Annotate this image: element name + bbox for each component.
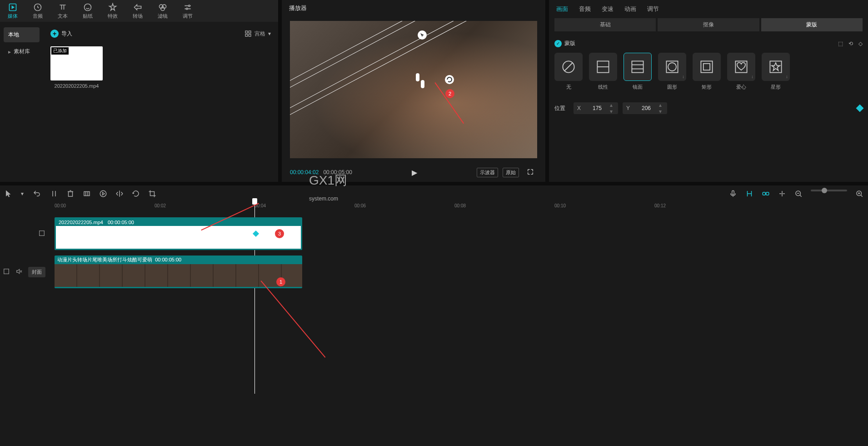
tab-label: 音频: [33, 13, 43, 20]
audio-icon: [33, 3, 42, 12]
svg-rect-10: [245, 34, 248, 36]
fullscreen-button[interactable]: [524, 167, 537, 178]
keyframe-marker[interactable]: [253, 231, 259, 237]
mask-linear[interactable]: 线性: [589, 53, 617, 90]
link-button[interactable]: [762, 190, 770, 198]
mirror-tool[interactable]: [115, 190, 124, 198]
mask-circle[interactable]: ↓圆形: [658, 53, 686, 90]
rotate-tool[interactable]: [132, 190, 140, 198]
check-icon[interactable]: ✓: [554, 40, 562, 47]
tab-label: 特效: [108, 13, 118, 20]
main-tab-bar: 媒体 音频 文本 贴纸 特效 转场: [0, 0, 278, 22]
transition-icon: [133, 3, 142, 12]
svg-point-6: [188, 5, 190, 6]
tab-text[interactable]: 文本: [50, 0, 75, 22]
cover-button[interactable]: 封面: [28, 267, 45, 277]
subtab-basic[interactable]: 基础: [554, 18, 656, 31]
track-toggle[interactable]: [3, 268, 10, 276]
mask-star[interactable]: ↓星形: [762, 53, 790, 90]
crop-tool[interactable]: [148, 190, 156, 198]
split-tool[interactable]: [50, 190, 58, 198]
zoom-full-button[interactable]: [855, 190, 863, 198]
y-spinner[interactable]: ▴▾: [659, 102, 667, 115]
download-icon: ↓: [751, 74, 753, 79]
x-input[interactable]: [584, 105, 610, 111]
mute-button[interactable]: [15, 268, 23, 276]
tab-effect[interactable]: 特效: [100, 0, 125, 22]
subtab-mask[interactable]: 蒙版: [761, 18, 863, 31]
tab-audio[interactable]: 音频: [579, 5, 591, 13]
tab-animation[interactable]: 动画: [624, 5, 636, 13]
tab-sticker[interactable]: 贴纸: [75, 0, 100, 22]
subtab-cutout[interactable]: 抠像: [658, 18, 759, 31]
y-input[interactable]: [634, 105, 659, 111]
mask-mirror[interactable]: 镜面: [624, 53, 652, 90]
play-button[interactable]: ▶: [409, 167, 420, 178]
tab-label: 滤镜: [158, 13, 168, 20]
oscilloscope-button[interactable]: 示波器: [477, 168, 498, 177]
mask-handle[interactable]: [416, 73, 419, 81]
tab-audio[interactable]: 音频: [25, 0, 50, 22]
rotate-icon[interactable]: [444, 75, 454, 85]
tab-adjust[interactable]: 调节: [175, 0, 200, 22]
tab-label: 文本: [58, 13, 68, 20]
undo-button[interactable]: [33, 190, 41, 198]
timeline-clip-overlay[interactable]: 202202022205.mp400:00:05:00: [55, 217, 302, 250]
mask-heart[interactable]: ↓爱心: [727, 53, 755, 90]
sidebar-item-local[interactable]: 本地: [4, 27, 40, 42]
timeline-clip-main[interactable]: 动漫片头转场片尾唯美场所打斗炫酷可爱萌 00:00:05:00: [55, 256, 302, 288]
track-toggle[interactable]: [38, 230, 45, 238]
frame-tool[interactable]: [83, 190, 91, 198]
view-toggle[interactable]: 宫格 ▾: [244, 30, 271, 38]
annotation-3: 3: [275, 229, 284, 238]
svg-point-13: [445, 75, 454, 84]
position-label: 位置: [554, 105, 569, 112]
tab-picture[interactable]: 画面: [556, 5, 568, 13]
keyframe-icon[interactable]: ◇: [858, 40, 863, 47]
svg-rect-23: [701, 61, 712, 72]
tab-label: 转场: [133, 13, 143, 20]
delete-tool[interactable]: [66, 190, 75, 198]
position-keyframe[interactable]: [856, 105, 864, 112]
select-tool[interactable]: [5, 190, 13, 198]
annotation-2: 2: [445, 89, 454, 98]
tab-filter[interactable]: 滤镜: [150, 0, 175, 22]
tab-transition[interactable]: 转场: [125, 0, 150, 22]
preview-canvas[interactable]: 2: [290, 21, 537, 158]
chevron-down-icon[interactable]: ▾: [21, 190, 24, 198]
chevron-down-icon: ▾: [268, 30, 271, 37]
mask-rect[interactable]: 矩形: [693, 53, 721, 90]
preview-cut-button[interactable]: [778, 190, 786, 198]
svg-rect-35: [40, 231, 45, 236]
svg-rect-27: [69, 192, 73, 197]
tab-label: 贴纸: [83, 13, 93, 20]
svg-rect-32: [766, 192, 769, 195]
x-spinner[interactable]: ▴▾: [610, 102, 618, 115]
mask-handle[interactable]: [421, 80, 424, 88]
filter-icon: [158, 3, 167, 12]
reverse-tool[interactable]: [99, 190, 107, 198]
flip-icon[interactable]: ⬚: [838, 40, 843, 47]
reset-icon[interactable]: ⟲: [848, 40, 853, 47]
annotation-1: 1: [276, 277, 285, 286]
svg-rect-24: [703, 64, 710, 70]
property-tabs: 画面 音频 变速 动画 调节: [554, 0, 863, 18]
svg-line-15: [564, 63, 573, 71]
original-button[interactable]: 原始: [503, 168, 519, 177]
snap-button[interactable]: [745, 190, 753, 198]
svg-rect-25: [735, 61, 747, 72]
import-button[interactable]: + 导入: [50, 30, 72, 38]
svg-rect-11: [249, 34, 251, 36]
zoom-slider[interactable]: [811, 190, 847, 191]
timeline-ruler[interactable]: 00:00 00:02 00:04 00:06 00:08 00:10 00:1…: [50, 202, 868, 212]
tab-speed[interactable]: 变速: [602, 5, 614, 13]
media-sidebar: 本地 ▸素材库: [0, 22, 43, 182]
tab-media[interactable]: 媒体: [0, 0, 25, 22]
mic-button[interactable]: [729, 190, 737, 198]
zoom-fit-button[interactable]: [794, 190, 803, 198]
tab-adjust[interactable]: 调节: [647, 5, 659, 13]
sidebar-item-library[interactable]: ▸素材库: [4, 44, 40, 59]
mask-none[interactable]: 无: [554, 53, 583, 90]
added-badge: 已添加: [51, 47, 69, 55]
media-item[interactable]: 已添加 202202022205.mp4: [50, 46, 103, 89]
